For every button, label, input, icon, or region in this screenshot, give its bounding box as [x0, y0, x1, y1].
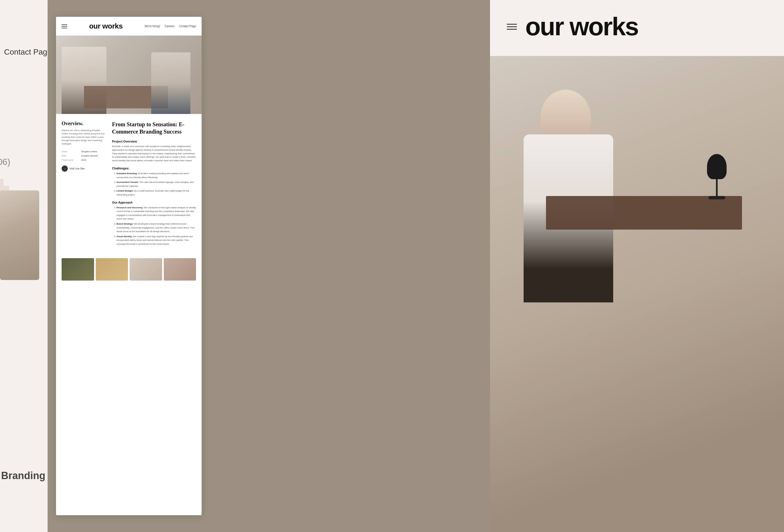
thumbnail-4[interactable]: [164, 258, 196, 281]
approach-list: Research and Discovery: We conducted a t…: [112, 206, 196, 246]
challenges-heading: Challenges:: [112, 167, 196, 170]
nav-hiring[interactable]: We're hiring!: [144, 25, 160, 28]
right-microphone: [706, 154, 728, 199]
content-section: Overview. Explore our role in rebranding…: [56, 114, 202, 254]
right-mic-base: [708, 196, 725, 199]
right-logo: our works: [525, 14, 638, 39]
right-table-furniture: [546, 196, 742, 230]
thumbnail-3[interactable]: [130, 258, 162, 281]
approach-item-2: Brand Strategy: We developed a brand str…: [116, 222, 196, 233]
visit-btn-arrow-icon: →: [62, 166, 68, 172]
overview-description: Explore our role in rebranding Shopflex …: [62, 129, 106, 146]
person-right-figure: [151, 52, 190, 114]
project-overview-heading: Project Overview: [112, 140, 196, 143]
center-panel: our works We're hiring! Careers Contact …: [56, 17, 202, 515]
approach-item-3: Visual Identity: We created a new logo i…: [116, 235, 196, 246]
challenge-2-bold: Inconsistent Visuals:: [116, 181, 139, 184]
thumbnails-row: [56, 254, 202, 285]
approach-item-1: Research and Discovery: We conducted a t…: [116, 206, 196, 221]
left-thumbnail-image: [0, 190, 39, 280]
right-hamburger-menu-icon[interactable]: [507, 24, 517, 30]
challenge-item-1: Outdated Branding: EcoCafe's existing br…: [116, 172, 196, 179]
right-panel: our works: [490, 0, 784, 532]
hamburger-menu-icon[interactable]: [62, 24, 67, 28]
approach-2-bold: Brand Strategy:: [116, 223, 133, 225]
overview-title: Overview.: [62, 121, 106, 127]
role-label: Role: [62, 154, 81, 158]
thumbnail-1[interactable]: [62, 258, 94, 281]
left-navigation: eers Contact Page: [0, 48, 48, 57]
nav-item-contact[interactable]: Contact Page: [4, 48, 48, 57]
nav-contact[interactable]: Contact Page: [179, 25, 196, 28]
right-mic-stand: [716, 179, 718, 196]
left-bottom-label: rce Branding: [0, 470, 45, 482]
right-header: our works: [490, 0, 784, 48]
right-hero-image: [490, 56, 784, 532]
approach-heading: Our Approach: [112, 201, 196, 204]
nav-careers[interactable]: Careers: [165, 25, 175, 28]
project-overview-text: EcoCafe, a small, eco-conscious cafe loc…: [112, 145, 196, 163]
approach-3-bold: Visual Identity:: [116, 235, 133, 238]
center-logo: our works: [89, 22, 123, 30]
article-title: From Startup to Sensation: E-Commerce Br…: [112, 121, 196, 135]
thumbnail-2[interactable]: [96, 258, 128, 281]
client-label: Client: [62, 149, 81, 154]
challenge-3-bold: Limited Budget:: [116, 190, 134, 192]
challenge-item-2: Inconsistent Visuals: The cafe had incon…: [116, 180, 196, 188]
client-value: Shopflex Online: [81, 149, 106, 154]
role-value: Creative Director: [81, 154, 106, 158]
challenge-1-bold: Outdated Branding:: [116, 172, 138, 175]
visit-btn-label: Visit Live Site: [69, 167, 85, 170]
year-label: Project year: [62, 158, 81, 162]
challenges-list: Outdated Branding: EcoCafe's existing br…: [112, 172, 196, 197]
main-content-column: From Startup to Sensation: E-Commerce Br…: [112, 121, 196, 247]
approach-1-bold: Research and Discovery:: [116, 206, 143, 209]
project-meta-table: Client Shopflex Online Role Creative Dir…: [62, 149, 106, 162]
visit-live-site-button[interactable]: → Visit Live Site: [62, 166, 106, 172]
year-value: 2022: [81, 158, 106, 162]
overview-column: Overview. Explore our role in rebranding…: [62, 121, 106, 247]
hero-image: [56, 35, 202, 114]
center-header: our works We're hiring! Careers Contact …: [56, 17, 202, 35]
left-panel: eers Contact Page (06) t rce Branding: [0, 0, 48, 532]
right-mic-head: [707, 154, 727, 179]
center-nav-links: We're hiring! Careers Contact Page: [144, 25, 196, 28]
challenge-item-3: Limited Budget: As a small business, Eco…: [116, 189, 196, 197]
